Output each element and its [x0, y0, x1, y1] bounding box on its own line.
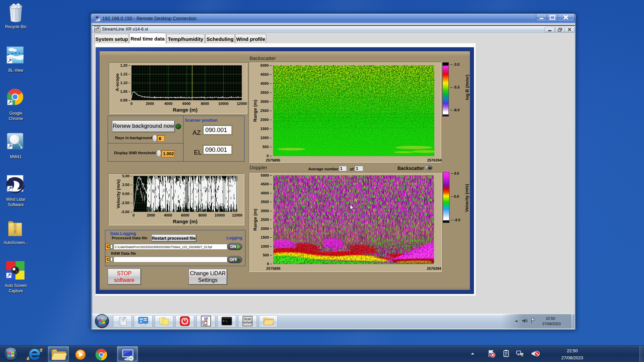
- svg-text:sched: sched: [243, 320, 252, 324]
- svg-text:C:\_: C:\_: [223, 320, 229, 322]
